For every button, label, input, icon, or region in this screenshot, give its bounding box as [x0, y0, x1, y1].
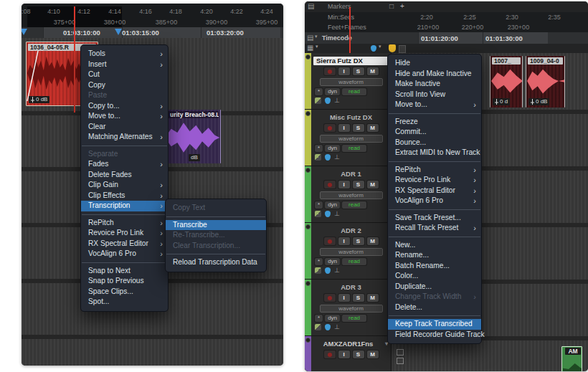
- menu-item[interactable]: Clip Effects ›: [81, 191, 168, 201]
- menu-item[interactable]: Color...: [388, 271, 481, 282]
- menu-item[interactable]: RePitch ›: [81, 218, 168, 229]
- menu-item[interactable]: Duplicate...: [388, 282, 481, 292]
- minsec-ruler[interactable]: :08 4:10 4:12 4:14 4:16 4:18 4:20 4:22 4…: [22, 6, 283, 17]
- menu-item[interactable]: Snap to Next: [81, 266, 168, 277]
- menu-item[interactable]: Fades ›: [81, 159, 168, 170]
- elastic-audio-button[interactable]: *: [315, 258, 323, 265]
- menu-item[interactable]: VocAlign 6 Pro ›: [81, 249, 168, 259]
- timecode-ruler[interactable]: 01:03:10:00 01:03:15:00 01:03:20:00: [22, 27, 283, 38]
- audio-clip-security-breach[interactable]: urity Breach-08.L dB: [163, 110, 221, 163]
- playhead-cursor[interactable]: [74, 6, 75, 113]
- timeline-marker-icon[interactable]: [115, 29, 122, 35]
- audio-clip-1009[interactable]: 1009_04-0 0 dB: [526, 56, 565, 108]
- timecode-ruler[interactable]: ▤ ▾ Timecode 01:01:20:00 01:01:30:00: [305, 32, 588, 44]
- track-view-selector[interactable]: waveform: [320, 191, 383, 199]
- menu-item[interactable]: VocAlign 6 Pro ›: [388, 196, 481, 206]
- dyn-button[interactable]: dyn: [325, 258, 340, 265]
- solo-button[interactable]: S: [353, 124, 364, 132]
- menu-item[interactable]: Field Recorder Guide Track: [388, 330, 481, 340]
- menu-item[interactable]: Cut: [81, 70, 168, 80]
- menu-item[interactable]: RX Spectral Editor ›: [81, 239, 168, 249]
- menu-item[interactable]: New...: [388, 240, 481, 251]
- elastic-analysis-icon[interactable]: [315, 324, 321, 330]
- menu-item[interactable]: Transcribe: [166, 220, 266, 231]
- menu-item[interactable]: Spot...: [81, 297, 168, 307]
- track-view-selector[interactable]: waveform: [320, 248, 383, 256]
- voice-icon[interactable]: [325, 267, 331, 274]
- dyn-button[interactable]: dyn: [325, 315, 340, 322]
- track-header[interactable]: ADR 3 I S M waveform * dyn read: [305, 280, 391, 336]
- clip-gain-chip[interactable]: dB: [189, 154, 200, 161]
- automation-mode-button[interactable]: read: [342, 315, 366, 322]
- menu-item[interactable]: Move to... ›: [388, 100, 481, 110]
- record-enable-button[interactable]: [324, 237, 336, 245]
- menu-item[interactable]: Batch Rename...: [388, 261, 481, 272]
- solo-button[interactable]: S: [353, 350, 364, 358]
- menu-item[interactable]: Move to... ›: [81, 111, 168, 122]
- voice-icon[interactable]: [325, 211, 331, 217]
- menu-item[interactable]: Clear Transcription...: [166, 241, 266, 252]
- menu-item[interactable]: Clear: [81, 122, 168, 133]
- record-enable-button[interactable]: [324, 67, 336, 75]
- mute-button[interactable]: M: [367, 181, 379, 189]
- grid-view-icon[interactable]: ▦: [307, 44, 313, 52]
- toolbar-box-icon[interactable]: [399, 45, 406, 53]
- track-collapse-dot[interactable]: [305, 111, 310, 116]
- menu-item[interactable]: Commit...: [388, 127, 481, 138]
- automation-mode-button[interactable]: read: [342, 258, 366, 265]
- playhead-cursor[interactable]: [349, 7, 351, 53]
- elastic-audio-button[interactable]: *: [315, 315, 323, 322]
- voices-icon[interactable]: [371, 45, 376, 52]
- mute-button[interactable]: M: [367, 350, 379, 358]
- record-enable-button[interactable]: [324, 350, 336, 358]
- solo-button[interactable]: S: [353, 67, 364, 75]
- menu-item[interactable]: Revoice Pro Link ›: [81, 228, 168, 239]
- input-monitor-button[interactable]: I: [338, 67, 350, 75]
- input-monitor-button[interactable]: I: [338, 124, 350, 132]
- elastic-analysis-icon[interactable]: [315, 154, 321, 161]
- elastic-audio-button[interactable]: *: [315, 145, 323, 152]
- elastic-audio-button[interactable]: *: [315, 88, 323, 95]
- record-enable-button[interactable]: [324, 124, 336, 132]
- menu-item[interactable]: Save Track Preset...: [388, 213, 481, 224]
- menu-item[interactable]: Separate: [81, 149, 168, 160]
- clip-gain-chip[interactable]: 0 d: [493, 98, 510, 105]
- elastic-analysis-icon[interactable]: [315, 267, 321, 274]
- dyn-button[interactable]: dyn: [325, 201, 340, 209]
- automation-mode-button[interactable]: read: [342, 145, 366, 152]
- track-color-strip[interactable]: [305, 336, 311, 371]
- elastic-audio-button[interactable]: *: [315, 201, 323, 209]
- menu-item[interactable]: Reload Transcription Data: [166, 257, 266, 268]
- track-mini-button[interactable]: [397, 349, 404, 356]
- menu-item[interactable]: Clip Gain ›: [81, 180, 168, 191]
- track-view-selector[interactable]: waveform: [320, 135, 383, 143]
- track-header[interactable]: ADR 2 I S M waveform * dyn read: [305, 223, 391, 280]
- track-name[interactable]: ADR 2: [313, 226, 389, 235]
- voice-icon[interactable]: [325, 324, 331, 330]
- menu-item[interactable]: Hide: [388, 58, 481, 69]
- menu-item[interactable]: Delete...: [388, 302, 481, 313]
- solo-button[interactable]: S: [353, 181, 364, 189]
- track-color-strip[interactable]: [305, 280, 311, 335]
- menu-item[interactable]: Hide and Make Inactive: [388, 69, 481, 80]
- track-header[interactable]: ADR 1 I S M waveform * dyn read: [305, 166, 391, 223]
- mute-button[interactable]: M: [367, 67, 379, 75]
- menu-item[interactable]: Copy: [81, 80, 168, 91]
- input-monitor-button[interactable]: I: [338, 294, 350, 302]
- track-color-strip[interactable]: [305, 110, 311, 166]
- record-enable-button[interactable]: [324, 294, 336, 302]
- track-color-strip[interactable]: [305, 53, 311, 109]
- track-header[interactable]: Sierra Futz DX I S M waveform * dyn read: [305, 53, 391, 110]
- track-header[interactable]: Misc Futz DX I S M waveform * dyn read: [305, 110, 391, 166]
- audio-clip-1007[interactable]: 1007_ 0 d: [490, 56, 523, 108]
- track-view-selector[interactable]: waveform: [320, 305, 383, 313]
- feetframes-ruler[interactable]: Feet+Frames 210+00 220+00 230+00: [305, 22, 588, 32]
- track-collapse-dot[interactable]: [305, 224, 310, 229]
- track-name[interactable]: AMXZADR1Fns▾: [313, 340, 389, 348]
- menu-item[interactable]: Make Inactive: [388, 79, 481, 90]
- menu-item[interactable]: Copy to... ›: [81, 101, 168, 112]
- dyn-button[interactable]: dyn: [325, 145, 340, 152]
- menu-item[interactable]: Space Clips...: [81, 287, 168, 297]
- track-header[interactable]: AMXZADR1Fns▾ I S M: [305, 336, 391, 371]
- menu-item[interactable]: Scroll Into View: [388, 90, 481, 100]
